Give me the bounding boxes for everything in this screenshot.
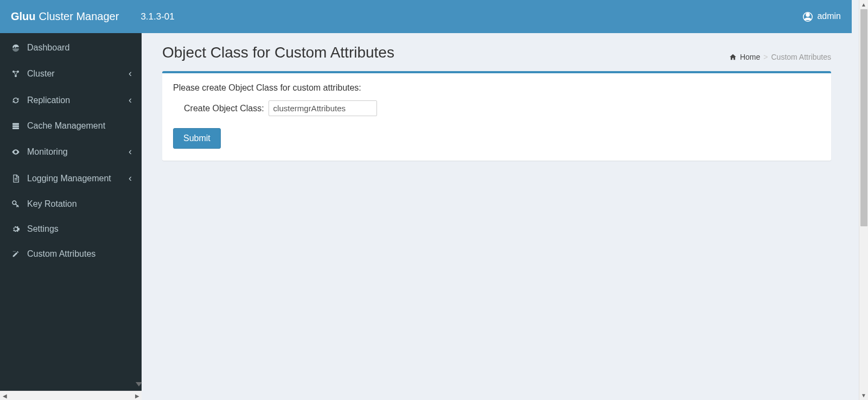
home-icon [729,53,737,61]
user-menu[interactable]: admin [803,11,841,22]
object-class-input[interactable] [269,100,377,116]
form-panel: Please create Object Class for custom at… [162,71,831,161]
submit-button[interactable]: Submit [173,128,221,149]
breadcrumb-current: Custom Attributes [771,53,832,61]
user-icon [803,11,813,22]
eye-icon [10,148,22,156]
sidebar-item-cache-management[interactable]: Cache Management [0,113,142,138]
sidebar-item-label: Settings [27,224,132,234]
breadcrumb-home[interactable]: Home [740,53,760,61]
sidebar-item-label: Monitoring [27,147,129,157]
vertical-scrollbar[interactable]: ▲ ▼ [859,0,868,391]
sidebar-item-label: Custom Attributes [27,249,132,259]
scroll-up-arrow[interactable]: ▲ [859,0,868,9]
breadcrumb-separator: > [763,53,768,61]
version-label: 3.1.3-01 [141,11,174,22]
sidebar-item-label: Logging Management [27,174,129,183]
sidebar-item-custom-attributes[interactable]: Custom Attributes [0,242,142,266]
gear-icon [10,225,22,233]
main-content: Object Class for Custom Attributes Home … [142,33,852,391]
cluster-icon [10,69,22,78]
sidebar-item-dashboard[interactable]: Dashboard [0,35,142,60]
user-name: admin [817,11,841,21]
sidebar-item-settings[interactable]: Settings [0,217,142,242]
svg-point-3 [15,75,17,77]
sidebar-item-key-rotation[interactable]: Key Rotation [0,192,142,217]
edit-icon [10,250,22,258]
chevron-left-icon: ‹ [129,68,132,79]
chevron-left-icon: ‹ [129,94,132,106]
sidebar-item-cluster[interactable]: Cluster‹ [0,60,142,87]
svg-rect-5 [12,125,19,127]
sidebar-item-monitoring[interactable]: Monitoring‹ [0,138,142,165]
brand-strong: Gluu [11,10,36,23]
file-icon [10,174,22,183]
sidebar-item-label: Dashboard [27,43,132,53]
svg-rect-4 [12,123,19,125]
chevron-left-icon: ‹ [129,173,132,184]
key-icon [10,200,22,208]
app-header: Gluu Cluster Manager 3.1.3-01 admin [0,0,852,33]
vertical-scroll-thumb[interactable] [860,9,867,226]
sidebar-item-replication[interactable]: Replication‹ [0,87,142,113]
page-title: Object Class for Custom Attributes [162,44,394,61]
brand-rest: Cluster Manager [39,10,119,23]
sidebar: DashboardCluster‹Replication‹Cache Manag… [0,33,142,391]
breadcrumb: Home > Custom Attributes [729,53,831,61]
sidebar-item-label: Replication [27,96,129,105]
chevron-left-icon: ‹ [129,146,132,157]
refresh-icon [10,96,22,105]
object-class-row: Create Object Class: [184,100,820,116]
object-class-label: Create Object Class: [184,104,264,113]
sidebar-item-label: Cluster [27,69,129,79]
server-icon [10,122,22,130]
sidebar-item-label: Key Rotation [27,199,132,209]
svg-rect-6 [12,128,19,129]
brand[interactable]: Gluu Cluster Manager [11,10,119,23]
content-header: Object Class for Custom Attributes Home … [162,44,831,61]
panel-intro: Please create Object Class for custom at… [173,83,820,93]
sidebar-item-label: Cache Management [27,121,132,131]
sidebar-item-logging-management[interactable]: Logging Management‹ [0,165,142,192]
dashboard-icon [10,43,22,52]
